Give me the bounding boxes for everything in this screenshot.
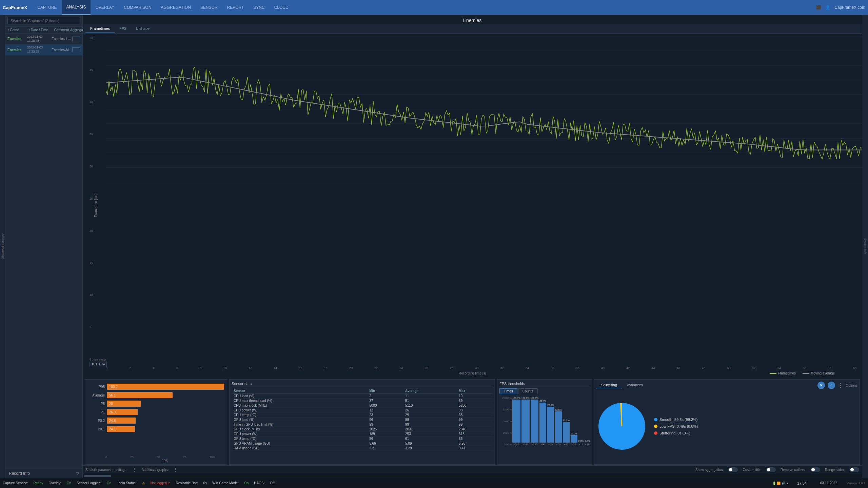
thresh-bar-col: 42.3% <45 [563,397,570,446]
record-info-chevron: ▽ [76,471,79,476]
range-slider-toggle[interactable] [850,467,859,472]
stutter-nav-right[interactable]: ‹ [828,382,835,389]
nav-report[interactable]: REPORT [222,0,249,15]
nav-cloud[interactable]: CLOUD [270,0,293,15]
observed-directory-tab[interactable]: Observed directory [0,15,5,478]
nav-aggregation[interactable]: AGGREGATION [156,0,195,15]
fps-bar-row: P0.2 24.6 [88,418,224,424]
tab-lshape[interactable]: L-shape [131,24,154,33]
thresh-bar-fill [571,435,577,443]
x-tick: 22 [374,366,378,370]
y-tick-15: 15 [90,261,93,265]
thresh-tab-counts[interactable]: Counts [518,388,538,394]
col-header-datetime[interactable]: ↑ Date / Time [28,28,53,32]
record-info-panel[interactable]: Record Info ▽ [5,469,82,478]
thresh-tab-times[interactable]: Times [499,388,517,394]
x-tick: 40 [601,366,605,370]
remove-outliers-toggle[interactable] [811,467,820,472]
legend-dot [654,431,657,435]
chart-tab-bar: Frametimes FPS L-shape [83,24,862,34]
thresh-bar-col: 63.6% <60 [555,397,562,446]
fps-x-tick-75: 75 [183,455,186,459]
fps-bar-value: 26.3 [108,410,116,414]
stutter-tab-variances[interactable]: Variances [622,382,648,388]
x-tick: 42 [626,366,630,370]
nav-overlay[interactable]: OVERLAY [91,0,119,15]
fps-bar-value: 24.6 [108,419,116,423]
sidebar-row-0[interactable]: Enemies 2022-11-0317:28:48 Enemies-Low-P… [5,34,82,44]
y-axis-scale-select[interactable]: Full fit [90,362,107,367]
options-dots[interactable]: ⋮ [838,382,843,389]
nav-analysis[interactable]: ANALYSIS [62,0,91,15]
options-label[interactable]: Options [846,384,857,387]
hags-value: Off [270,481,274,485]
thresh-bar-col: 100.0% <144 [521,397,530,446]
thresh-bar-x-label: <30 [572,443,576,446]
system-info-tab[interactable]: System Info [862,15,868,478]
range-slider-label: Range slider: [825,468,845,472]
legend-text: Low FPS: 0.49s (0.8%) [659,424,698,428]
y-tick-45: 45 [90,68,93,72]
nav-sensor[interactable]: SENSOR [196,0,222,15]
stutter-tab-stuttering[interactable]: Stuttering [596,382,622,388]
x-tick: 30 [475,366,478,370]
horizontal-scrollbar[interactable] [84,475,111,477]
frametimes-line [106,67,862,159]
nav-comparison[interactable]: COMPARISON [119,0,156,15]
sensor-table: Sensor Min Average Max CPU load (%) 2 11… [232,388,493,451]
hags-label: HAGS: [254,481,264,485]
tab-frametimes[interactable]: Frametimes [85,24,115,33]
thresh-bar-x-label: <144 [523,443,528,446]
nav-icon-user: 👤 [825,5,830,10]
additional-graphs-label: Additional graphs: [141,468,169,472]
win-game-mode-value: On [244,481,249,485]
nav-capture[interactable]: CAPTURE [33,0,61,15]
app-title: CapFrameX [3,5,27,10]
taskbar-icons: 🔋 📶 🔊 ▲ [772,482,789,485]
nav-website[interactable]: CapFrameX.com [834,5,865,10]
nav-sync[interactable]: SYNC [249,0,269,15]
col-header-game[interactable]: ↑ Game [7,28,27,32]
param-settings-dots[interactable]: ⋮ [132,467,137,472]
status-bar: Capture Service: Ready Overlay: On Senso… [0,478,868,488]
thresh-bar-x-label: <90 [541,443,545,446]
sensor-table-row: Time in GPU load limit (%) 99 99 99 [232,422,493,427]
thresh-pct-label: 100.0% [521,397,530,399]
thresh-bar-x-label: <60 [556,443,560,446]
y-axis-scale-label: Y-Axis scale [90,358,107,362]
x-tick: 8 [200,366,201,370]
stutter-nav-left[interactable]: ✕ [817,382,825,389]
login-status-label: Login Status: [117,481,136,485]
thresh-bar-x-label: <120 [532,443,537,446]
sidebar-row-1[interactable]: Enemies 2022-11-0317:33:25 Enemies-Mediu… [5,44,82,55]
y-tick-20: 20 [90,229,93,232]
thresh-bar-fill [539,403,546,443]
custom-title-toggle[interactable] [766,467,776,472]
resizable-bar-value: 0s [203,481,207,485]
thresh-bar-x-label: <75 [549,443,553,446]
custom-title-label: Custom title: [743,468,762,472]
sensor-panel: Sensor data Sensor Min Average Max CPU l… [229,379,495,465]
thresh-pct-label: 100.0% [531,397,539,399]
x-tick: 52 [752,366,756,370]
x-tick: 10 [223,366,226,370]
sensor-table-row: CPU power (W) 12 26 38 [232,408,493,413]
y-tick-50: 50 [90,36,93,40]
additional-graphs-dots[interactable]: ⋮ [173,467,178,472]
show-aggregation-toggle[interactable] [728,467,738,472]
capture-service-label: Capture Service: [3,481,28,485]
content-area: Enemies Frametimes FPS L-shape Frametime… [83,15,862,478]
thresh-pct-label: 42.3% [563,419,570,422]
search-input[interactable] [7,17,80,24]
x-tick: 38 [576,366,579,370]
fps-bar-label: Average [88,393,105,397]
win-game-mode-label: Win Game Mode: [212,481,239,485]
tab-fps[interactable]: FPS [115,24,131,33]
fps-thresh-title: FPS thresholds [499,382,590,387]
sensor-table-row: GPU VRAM usage (GB) 5.66 5.89 5.96 [232,441,493,446]
x-tick: 26 [425,366,428,370]
thresh-y-75: 75.00 % [499,408,512,411]
thresh-bar-col: 0.0% <15 [578,397,584,446]
frametime-chart-area: Frametime [ms] 0 5 10 15 20 25 30 35 40 … [83,34,862,377]
login-value: Not logged in [151,481,171,485]
